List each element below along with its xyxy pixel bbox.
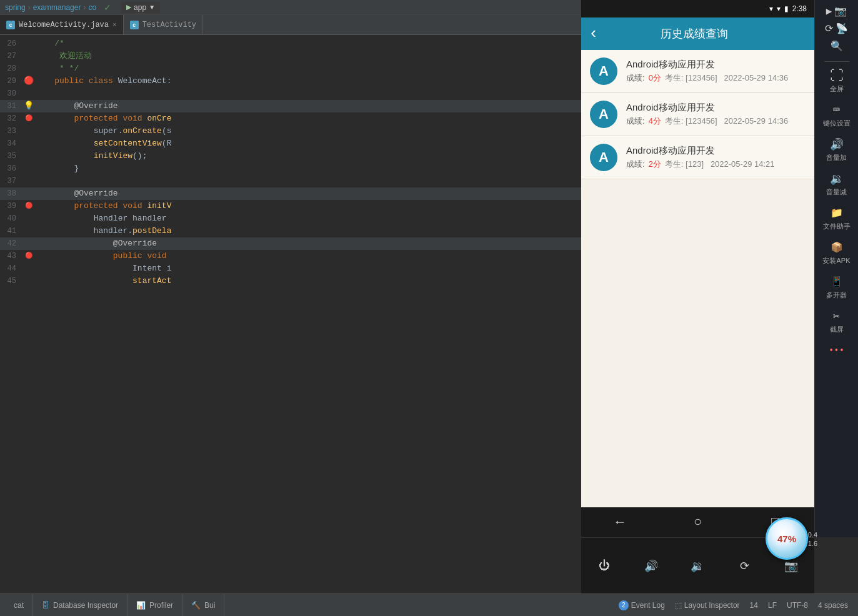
- tool-vol-up[interactable]: 🔊 音量加: [818, 133, 856, 166]
- event-log-tab[interactable]: 2 Event Log: [619, 600, 665, 610]
- score-meta-1: 考生: [123456] 2022-05-29 14:36: [665, 116, 788, 127]
- status-tab-db-inspector[interactable]: 🗄 Database Inspector: [33, 594, 127, 616]
- score-title-0: Android移动应用开发: [626, 59, 806, 71]
- score-detail-0: 成绩: 0分 考生: [123456] 2022-05-29 14:36: [626, 72, 806, 84]
- score-meta-0: 考生: [123456] 2022-05-29 14:36: [665, 72, 788, 84]
- multi-label: 多开器: [826, 291, 847, 300]
- tool-multi[interactable]: 📱 多开器: [818, 271, 856, 304]
- nav-home-button[interactable]: ○: [679, 510, 716, 535]
- score-item-1[interactable]: A Android移动应用开发 成绩: 4分 考生: [123456] 2022…: [581, 93, 814, 136]
- ide-status-bar: cat 🗄 Database Inspector 📊 Profiler 🔨 Bu…: [0, 594, 858, 616]
- code-line-38: 38 @Override: [0, 187, 581, 200]
- top-icon-row-2: ⟳ 📡: [815, 22, 858, 35]
- tab-close-icon[interactable]: ×: [112, 21, 117, 29]
- tool-file[interactable]: 📁 文件助手: [818, 202, 856, 235]
- fullscreen-icon: ⛶: [829, 68, 844, 83]
- tool-keyboard[interactable]: ⌨ 键位设置: [818, 99, 856, 132]
- run-icon[interactable]: ▶: [826, 5, 832, 17]
- breadcrumb-spring[interactable]: spring: [5, 3, 26, 12]
- perf-value: 47%: [777, 534, 796, 544]
- top-icon-row-3: 🔍: [815, 40, 858, 52]
- code-line-35: 35 initView();: [0, 150, 581, 162]
- battery-icon: ▮: [784, 4, 789, 13]
- tab-label: WelcomeActivity.java: [19, 21, 109, 29]
- keyboard-icon: ⌨: [829, 102, 844, 117]
- layout-inspector-label: Layout Inspector: [684, 601, 740, 610]
- build-label: Bui: [204, 601, 215, 610]
- tool-more[interactable]: •••: [818, 339, 856, 362]
- db-inspector-label: Database Inspector: [53, 601, 118, 610]
- toolbar-back-button[interactable]: ‹: [589, 24, 599, 43]
- multi-icon: 📱: [829, 274, 844, 289]
- tool-apk[interactable]: 📦 安装APK: [818, 236, 856, 269]
- line-col: 14: [750, 601, 758, 610]
- tab-welcome-activity[interactable]: c WelcomeActivity.java ×: [0, 15, 124, 34]
- breadcrumb: spring › exammanager › co ✓ ▶ app ▼: [0, 0, 581, 15]
- layout-inspector-icon: ⬚: [675, 601, 682, 610]
- code-line-33: 33 super.onCreate(s: [0, 125, 581, 137]
- nav-back-button[interactable]: ←: [601, 510, 639, 535]
- toolbar-title: 历史成绩查询: [606, 26, 783, 41]
- tool-vol-down[interactable]: 🔉 音量减: [818, 167, 856, 201]
- emu-power-button[interactable]: ⏻: [586, 555, 623, 577]
- profiler-icon: 📊: [136, 601, 146, 610]
- performance-badge[interactable]: 47%: [766, 517, 808, 560]
- apk-label: 安装APK: [822, 256, 850, 266]
- breadcrumb-co[interactable]: co: [88, 3, 96, 12]
- tab-label-2: TestActivity: [142, 21, 196, 29]
- rotate-icon: ⟳: [737, 559, 752, 574]
- keyboard-label: 键位设置: [823, 119, 851, 128]
- cat-label: cat: [14, 601, 24, 610]
- db-icon: 🗄: [42, 601, 49, 610]
- vol-down-icon: 🔉: [690, 559, 705, 574]
- score-item-2[interactable]: A Android移动应用开发 成绩: 2分 考生: [123] 2022-05…: [581, 136, 814, 179]
- tab-test-activity[interactable]: c TestActivity: [124, 15, 203, 34]
- emu-rotate-button[interactable]: ⟳: [726, 555, 763, 577]
- scissors-icon: ✂: [829, 309, 844, 324]
- code-line-30: 30: [0, 87, 581, 100]
- code-line-41: 41 handler.postDela: [0, 225, 581, 237]
- app-selector[interactable]: ▶ app ▼: [121, 2, 160, 13]
- code-line-36: 36 }: [0, 162, 581, 175]
- tool-column: ▶ 📷 ⟳ 📡 🔍 ⛶ 全屏 ⌨ 键位设置 🔊 音量加 🔉 音量减 📁 文件助手…: [814, 0, 858, 537]
- app-toolbar: ‹ 历史成绩查询: [581, 17, 814, 50]
- vol-plus-icon: 🔊: [829, 137, 844, 152]
- code-line-26: 26 /*: [0, 37, 581, 50]
- layout-inspector-tab[interactable]: ⬚ Layout Inspector: [675, 601, 740, 610]
- code-line-40: 40 Handler handler: [0, 212, 581, 225]
- vol-minus-icon: 🔉: [829, 171, 844, 186]
- vcs-icon[interactable]: ✓: [104, 2, 111, 12]
- code-line-43: 43 🔴 public void: [0, 250, 581, 262]
- score-avatar-0: A: [590, 57, 617, 85]
- top-icon-row: ▶ 📷: [815, 5, 858, 17]
- phone-frame: ▾ ▾ ▮ 2:38 ‹ 历史成绩查询 A Android移动应用开发: [581, 0, 814, 537]
- tool-fullscreen[interactable]: ⛶ 全屏: [818, 64, 856, 97]
- score-item-0[interactable]: A Android移动应用开发 成绩: 0分 考生: [123456] 2022…: [581, 50, 814, 93]
- camera-icon-2[interactable]: 📷: [834, 5, 847, 17]
- score-avatar-2: A: [590, 144, 617, 171]
- status-tab-build[interactable]: 🔨 Bui: [182, 594, 224, 616]
- profiler-label: Profiler: [149, 601, 173, 610]
- more-icon: •••: [829, 343, 844, 358]
- tool-divider-0: [824, 61, 849, 62]
- score-title-1: Android移动应用开发: [626, 102, 806, 114]
- event-log-label: Event Log: [631, 601, 665, 610]
- tool-screenshot[interactable]: ✂ 截屏: [818, 305, 856, 338]
- status-tab-cat[interactable]: cat: [5, 594, 33, 616]
- code-line-39: 39 🔴 protected void initV: [0, 200, 581, 212]
- breadcrumb-exammanager[interactable]: exammanager: [33, 3, 81, 12]
- emu-vol-up-button[interactable]: 🔊: [632, 555, 670, 577]
- time-display: 2:38: [792, 4, 807, 13]
- app-label: app: [134, 3, 146, 12]
- status-tab-profiler[interactable]: 📊 Profiler: [127, 594, 182, 616]
- code-line-44: 44 Intent i: [0, 262, 581, 275]
- score-value-1: 4分: [649, 116, 661, 127]
- search-icon[interactable]: 🔍: [831, 40, 843, 52]
- code-line-31: 31 💡 @Override: [0, 100, 581, 112]
- emu-vol-down-button[interactable]: 🔉: [679, 555, 716, 577]
- score-list: A Android移动应用开发 成绩: 0分 考生: [123456] 2022…: [581, 50, 814, 537]
- device-icon[interactable]: 📡: [836, 22, 848, 35]
- code-line-37: 37: [0, 175, 581, 187]
- vol-up-icon: 🔊: [644, 559, 659, 574]
- refresh-icon[interactable]: ⟳: [825, 22, 833, 35]
